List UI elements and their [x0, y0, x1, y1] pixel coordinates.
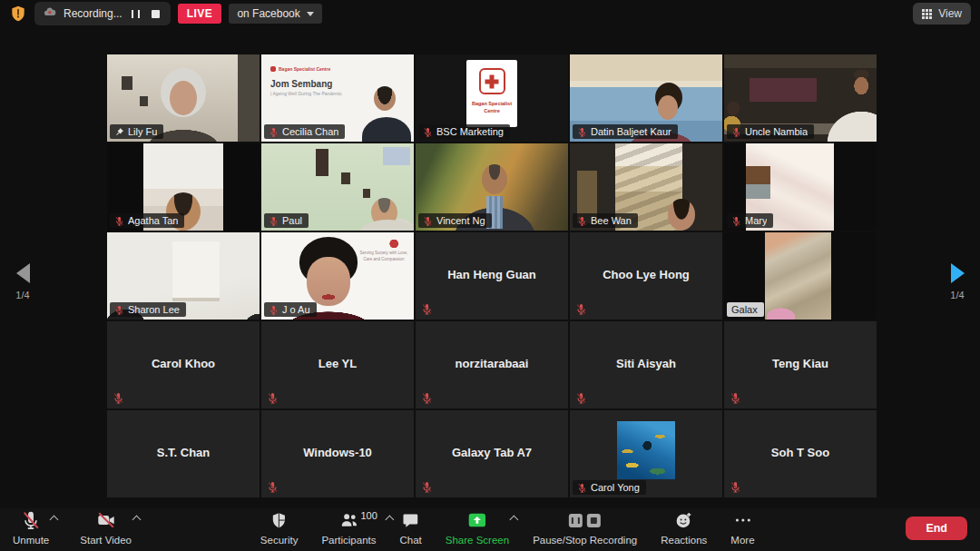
mic-muted-icon — [421, 392, 433, 404]
video-muted-icon — [96, 509, 116, 531]
pause-recording-icon — [569, 514, 583, 527]
participant-tile[interactable]: S.T. Chan — [107, 410, 260, 497]
chevron-up-icon[interactable] — [50, 516, 59, 525]
participant-tile[interactable]: Lily Fu — [107, 54, 260, 142]
mic-muted-icon — [575, 303, 587, 315]
participant-name-label: Vincent Ng — [418, 213, 492, 228]
participant-name-label: Datin Baljeet Kaur — [573, 124, 678, 139]
participant-name: Galax — [731, 304, 758, 315]
participant-name: Uncle Nambia — [745, 126, 808, 137]
participant-tile[interactable]: Mary — [724, 143, 877, 231]
participant-tile[interactable]: Datin Baljeet Kaur — [570, 54, 722, 142]
toolbar-button-label: Unmute — [13, 535, 49, 546]
toolbar-button-label: More — [730, 535, 754, 546]
participant-tile[interactable]: Teng Kiau — [724, 321, 877, 408]
participant-name-centered: Galaxy Tab A7 — [416, 446, 568, 459]
stop-recording-button[interactable] — [149, 8, 162, 20]
participant-name-centered: Teng Kiau — [724, 357, 877, 370]
toolbar-button-label: Reactions — [661, 535, 707, 546]
toolbar-button-label: Participants — [321, 535, 376, 546]
participant-name-centered: Choo Lye Hong — [570, 268, 722, 281]
participant-tile[interactable]: Agatha Tan — [107, 143, 260, 231]
participant-tile[interactable]: Uncle Nambia — [724, 54, 877, 142]
participant-tile[interactable]: Serving Society with Love, Care and Comp… — [261, 232, 414, 320]
toolbar-button-security[interactable]: Security — [259, 509, 300, 546]
mic-muted-icon — [577, 216, 587, 226]
prev-page-arrow-icon[interactable] — [16, 263, 30, 283]
toolbar-button-unmute[interactable]: Unmute — [11, 509, 51, 546]
recording-label: Recording... — [64, 7, 122, 20]
live-badge: LIVE — [178, 4, 222, 24]
next-page-arrow-icon[interactable] — [951, 263, 965, 283]
chevron-up-icon[interactable] — [132, 516, 142, 525]
toolbar-center-group: Security100ParticipantsChatShare ScreenP… — [259, 509, 757, 546]
participant-tile[interactable]: Sharon Lee — [107, 232, 260, 320]
participant-tile[interactable]: Galax — [724, 232, 877, 320]
participant-tile[interactable]: Bagan Specialist CentreJom Sembang| Agei… — [261, 54, 414, 142]
toolbar-button-pause-stop-recording[interactable]: Pause/Stop Recording — [531, 509, 639, 546]
participant-tile[interactable]: Vincent Ng — [416, 143, 568, 231]
chevron-up-icon[interactable] — [510, 516, 519, 525]
toolbar-button-label: Share Screen — [446, 535, 509, 546]
mic-muted-icon — [730, 481, 741, 493]
participant-tile[interactable]: Siti Aisyah — [570, 321, 722, 408]
participant-name-label: Cecilia Chan — [264, 124, 345, 139]
mic-muted-icon — [577, 127, 587, 137]
slide-logo-text: Bagan Specialist Centre — [279, 66, 330, 72]
mic-muted-icon — [114, 305, 124, 315]
slide-content: Bagan Specialist CentreJom Sembang| Agei… — [270, 66, 365, 96]
pause-icon — [132, 10, 140, 18]
participant-name: Paul — [282, 215, 302, 226]
toolbar-button-reactions[interactable]: Reactions — [659, 509, 709, 546]
chevron-up-icon[interactable] — [385, 516, 394, 525]
toolbar-button-start-video[interactable]: Start Video — [78, 509, 133, 546]
participant-tile[interactable]: Choo Lye Hong — [570, 232, 722, 320]
participant-tile[interactable]: Carol Khoo — [107, 321, 260, 408]
toolbar-button-share-screen[interactable]: Share Screen — [444, 509, 511, 546]
participant-tile[interactable]: Han Heng Guan — [416, 232, 568, 320]
participant-tile[interactable]: Soh T Soo — [724, 410, 877, 497]
next-page-control: 1/4 — [942, 263, 973, 300]
participant-name: Carol Yong — [591, 482, 640, 493]
participant-name-centered: S.T. Chan — [107, 446, 260, 459]
participant-tile[interactable]: Galaxy Tab A7 — [416, 410, 568, 497]
participant-tile[interactable]: Windows-10 — [261, 410, 414, 497]
participant-name-label: Agatha Tan — [110, 213, 184, 228]
participant-tile[interactable]: Paul — [261, 143, 414, 231]
toolbar-button-chat[interactable]: Chat — [398, 509, 424, 546]
participant-name-centered: Siti Aisyah — [570, 357, 722, 370]
share-screen-icon — [467, 509, 487, 531]
toolbar-button-participants[interactable]: 100Participants — [319, 509, 377, 546]
participant-tile[interactable]: Bagan SpecialistCentreBSC Marketing — [416, 54, 568, 142]
participant-name-label: Paul — [264, 213, 309, 228]
participant-name: Vincent Ng — [436, 215, 485, 226]
video-grid: Lily Fu Bagan Specialist CentreJom Semba… — [107, 54, 877, 497]
bagan-logo-icon — [270, 66, 276, 72]
participant-tile[interactable]: Lee YL — [261, 321, 414, 408]
mic-muted-icon — [423, 127, 433, 137]
participant-tile[interactable]: norzitarabaai — [416, 321, 568, 408]
spotlight-pin-icon — [114, 127, 124, 137]
end-meeting-button[interactable]: End — [906, 517, 967, 540]
encryption-shield-icon[interactable] — [9, 5, 27, 23]
toolbar-button-more[interactable]: More — [729, 509, 756, 546]
recording-controls-icon — [569, 509, 601, 531]
more-icon — [732, 509, 752, 531]
page-indicator: 1/4 — [15, 290, 29, 300]
mic-muted-icon — [21, 509, 41, 531]
participant-name-label: Lily Fu — [110, 124, 163, 139]
toolbar-button-label: Security — [260, 535, 299, 546]
participant-name: BSC Marketing — [436, 126, 504, 137]
pause-recording-button[interactable] — [129, 8, 142, 20]
cloud-recording-icon — [43, 5, 57, 23]
participant-tile[interactable]: Carol Yong — [570, 410, 722, 497]
participant-name: Cecilia Chan — [282, 126, 338, 137]
participant-name-centered: Soh T Soo — [724, 446, 877, 459]
mic-muted-icon — [575, 392, 587, 404]
mic-muted-icon — [421, 481, 433, 493]
live-destination-dropdown[interactable]: on Facebook — [229, 4, 321, 24]
toolbar-left-group: UnmuteStart Video — [11, 509, 133, 546]
view-button[interactable]: View — [913, 3, 971, 25]
participant-tile[interactable]: Bee Wan — [570, 143, 722, 231]
participant-name: Bee Wan — [591, 215, 632, 226]
